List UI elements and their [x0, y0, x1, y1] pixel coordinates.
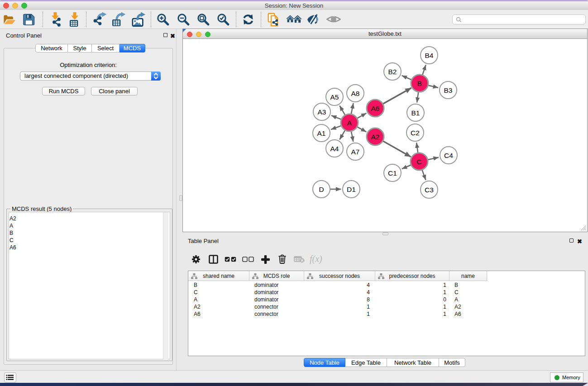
- svg-text:A4: A4: [330, 145, 339, 152]
- svg-text:D: D: [319, 186, 324, 193]
- svg-text:C3: C3: [425, 186, 434, 194]
- svg-text:C1: C1: [388, 169, 397, 177]
- svg-text:B4: B4: [425, 52, 434, 59]
- svg-text:A3: A3: [318, 108, 326, 116]
- svg-text:C4: C4: [444, 152, 453, 159]
- svg-text:A1: A1: [317, 129, 326, 137]
- svg-text:A: A: [347, 119, 352, 127]
- svg-text:A2: A2: [371, 133, 380, 141]
- svg-text:A6: A6: [371, 105, 380, 112]
- svg-text:A7: A7: [351, 148, 360, 156]
- svg-text:D1: D1: [347, 186, 356, 193]
- svg-text:B: B: [417, 80, 422, 87]
- svg-text:A8: A8: [351, 90, 360, 97]
- svg-text:B1: B1: [411, 109, 420, 117]
- svg-text:C2: C2: [411, 129, 420, 137]
- svg-text:A5: A5: [330, 93, 339, 101]
- svg-text:C: C: [416, 158, 421, 166]
- svg-text:B2: B2: [388, 68, 397, 76]
- svg-text:B3: B3: [444, 86, 453, 94]
